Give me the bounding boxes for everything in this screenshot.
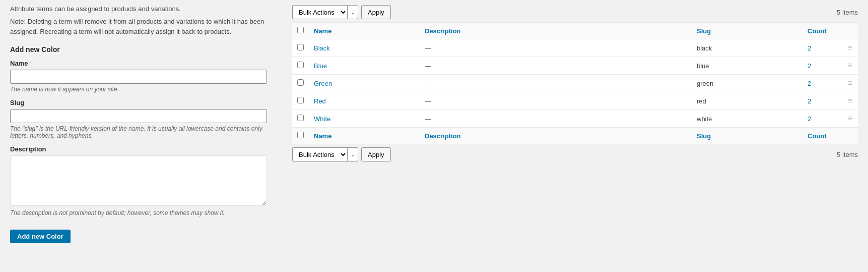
row-name-cell: White xyxy=(309,110,420,128)
footer-slug-link[interactable]: Slug xyxy=(697,132,711,140)
drag-handle-icon[interactable]: ≡ xyxy=(848,96,852,105)
bulk-actions-chevron-bottom[interactable]: ⌄ xyxy=(347,147,358,161)
name-field-group: Name The name is how it appears on your … xyxy=(10,60,282,93)
bulk-actions-select-bottom[interactable]: Bulk Actions xyxy=(292,147,347,161)
row-count-link[interactable]: 2 xyxy=(808,44,811,52)
top-toolbar-left: Bulk Actions ⌄ Apply xyxy=(292,5,391,19)
add-new-section-title: Add new Color xyxy=(10,45,282,53)
footer-drag-col xyxy=(843,128,858,144)
row-count-cell: 2 xyxy=(803,110,843,128)
row-name-cell: Green xyxy=(309,75,420,92)
row-description-cell: — xyxy=(420,57,692,75)
table-row: Blue — blue 2 ≡ xyxy=(292,57,858,75)
header-name-col: Name xyxy=(309,23,420,39)
top-toolbar: Bulk Actions ⌄ Apply 5 items xyxy=(292,5,858,19)
drag-handle-icon[interactable]: ≡ xyxy=(848,114,852,123)
header-count-col: Count xyxy=(803,23,843,39)
row-description-cell: — xyxy=(420,39,692,57)
footer-count-col: Count xyxy=(803,128,843,144)
header-description-link[interactable]: Description xyxy=(425,27,461,35)
row-name-link[interactable]: White xyxy=(314,115,330,123)
row-description-cell: — xyxy=(420,75,692,92)
select-all-checkbox[interactable] xyxy=(297,27,304,33)
header-slug-link[interactable]: Slug xyxy=(697,27,711,35)
row-checkbox-2[interactable] xyxy=(297,79,304,86)
footer-slug-col: Slug xyxy=(692,128,803,144)
row-checkbox-4[interactable] xyxy=(297,115,304,121)
drag-handle-icon[interactable]: ≡ xyxy=(848,43,852,52)
row-description-cell: — xyxy=(420,92,692,110)
header-checkbox-col xyxy=(292,23,309,39)
table-row: Green — green 2 ≡ xyxy=(292,75,858,92)
footer-checkbox-col xyxy=(292,128,309,144)
row-name-link[interactable]: Green xyxy=(314,80,332,87)
row-checkbox-3[interactable] xyxy=(297,97,304,103)
bulk-actions-chevron-top[interactable]: ⌄ xyxy=(347,5,358,19)
header-count-link[interactable]: Count xyxy=(808,27,827,35)
footer-description-link[interactable]: Description xyxy=(425,132,461,140)
row-checkbox-cell xyxy=(292,110,309,128)
table-body: Black — black 2 ≡ Blue — blue 2 ≡ xyxy=(292,39,858,128)
bulk-actions-bottom: Bulk Actions ⌄ xyxy=(292,147,358,161)
row-name-cell: Red xyxy=(309,92,420,110)
slug-input[interactable] xyxy=(10,109,267,123)
row-checkbox-0[interactable] xyxy=(297,44,304,50)
note-text: Note: Deleting a term will remove it fro… xyxy=(10,17,282,36)
header-description-col: Description xyxy=(420,23,692,39)
select-all-checkbox-bottom[interactable] xyxy=(297,132,304,138)
row-count-cell: 2 xyxy=(803,92,843,110)
row-count-link[interactable]: 2 xyxy=(808,115,811,123)
description-label: Description xyxy=(10,145,282,153)
row-slug-cell: blue xyxy=(692,57,803,75)
description-input[interactable] xyxy=(10,155,267,206)
apply-button-bottom[interactable]: Apply xyxy=(361,147,391,161)
row-slug-cell: black xyxy=(692,39,803,57)
drag-handle-icon[interactable]: ≡ xyxy=(848,79,852,87)
bulk-actions-select-top[interactable]: Bulk Actions xyxy=(292,5,347,19)
footer-name-link[interactable]: Name xyxy=(314,132,331,140)
table-row: Black — black 2 ≡ xyxy=(292,39,858,57)
row-drag-cell: ≡ xyxy=(843,57,858,75)
row-drag-cell: ≡ xyxy=(843,92,858,110)
row-checkbox-1[interactable] xyxy=(297,62,304,68)
row-name-link[interactable]: Black xyxy=(314,44,330,52)
row-name-link[interactable]: Blue xyxy=(314,62,327,70)
row-slug-cell: green xyxy=(692,75,803,92)
row-checkbox-cell xyxy=(292,92,309,110)
name-label: Name xyxy=(10,60,282,67)
row-drag-cell: ≡ xyxy=(843,110,858,128)
row-slug-cell: red xyxy=(692,92,803,110)
add-new-color-button[interactable]: Add new Color xyxy=(10,230,71,243)
row-drag-cell: ≡ xyxy=(843,75,858,92)
page-wrapper: Attribute terms can be assigned to produ… xyxy=(0,0,868,272)
bottom-toolbar-left: Bulk Actions ⌄ Apply xyxy=(292,147,391,161)
row-name-link[interactable]: Red xyxy=(314,97,326,105)
footer-count-link[interactable]: Count xyxy=(808,132,827,140)
row-slug-cell: white xyxy=(692,110,803,128)
table-header-row: Name Description Slug Count xyxy=(292,23,858,39)
apply-button-top[interactable]: Apply xyxy=(361,5,391,19)
header-drag-col xyxy=(843,23,858,39)
row-checkbox-cell xyxy=(292,75,309,92)
attribute-table: Name Description Slug Count xyxy=(292,22,858,144)
bulk-actions-top: Bulk Actions ⌄ xyxy=(292,5,358,19)
footer-name-col: Name xyxy=(309,128,420,144)
drag-handle-icon[interactable]: ≡ xyxy=(848,61,852,70)
footer-description-col: Description xyxy=(420,128,692,144)
row-count-cell: 2 xyxy=(803,39,843,57)
bottom-toolbar: Bulk Actions ⌄ Apply 5 items xyxy=(292,147,858,161)
name-input[interactable] xyxy=(10,70,267,84)
row-drag-cell: ≡ xyxy=(843,39,858,57)
slug-label: Slug xyxy=(10,99,282,106)
row-description-cell: — xyxy=(420,110,692,128)
table-row: Red — red 2 ≡ xyxy=(292,92,858,110)
intro-text: Attribute terms can be assigned to produ… xyxy=(10,5,282,13)
header-name-link[interactable]: Name xyxy=(314,27,331,35)
row-count-cell: 2 xyxy=(803,57,843,75)
row-count-link[interactable]: 2 xyxy=(808,80,811,87)
row-count-link[interactable]: 2 xyxy=(808,97,811,105)
row-count-link[interactable]: 2 xyxy=(808,62,811,70)
name-hint: The name is how it appears on your site. xyxy=(10,86,282,93)
items-count-top: 5 items xyxy=(837,9,858,16)
header-slug-col: Slug xyxy=(692,23,803,39)
